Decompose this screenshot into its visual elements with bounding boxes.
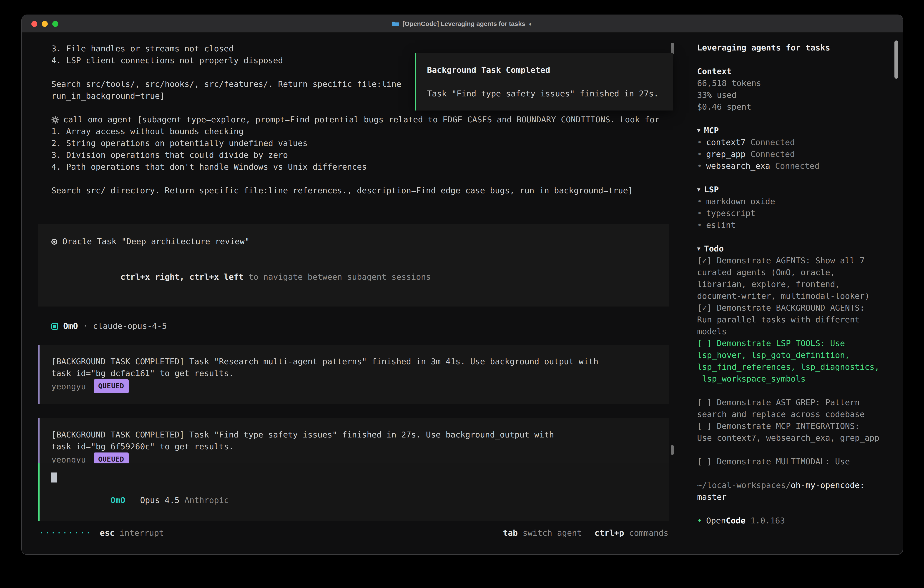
lsp-item: •typescript [697,207,891,219]
blank-line [427,76,662,88]
bug-list-item: 3. Division operations that could divide… [51,149,669,161]
window-title-text: [OpenCode] Leveraging agents for tasks [403,20,525,27]
activity-dots: ········· [39,527,92,538]
app-name-regular: Open [706,516,726,525]
agent-name: OmO [63,320,78,332]
lsp-heading: ▼LSP [697,184,891,195]
input-model-name: Opus 4.5 [140,495,179,505]
blank-line [51,248,656,259]
tool-call-line: call_omo_agent [subagent_type=explore, p… [51,114,669,126]
bullet-icon: • [697,219,702,231]
mcp-name: websearch_exa [706,161,770,170]
mcp-section: ▼MCP •context7 Connected •grep_app Conne… [697,125,891,172]
context-section: Context 66,518 tokens 33% used $0.46 spe… [697,66,891,113]
blank-line [51,173,669,185]
oracle-task-label: Oracle Task "Deep architecture review" [62,236,250,248]
bullet-icon: • [697,195,702,207]
omo-agent-icon [51,323,58,329]
status-left: ········· esc interrupt [39,527,164,538]
oracle-icon [51,238,57,244]
mcp-item: •context7 Connected [697,136,891,148]
message-line: task_id="bg_6f59260c" to get results. [51,441,658,453]
collapse-triangle-icon: ▼ [697,246,700,252]
bullet-icon: • [697,160,702,172]
workspace-path: ~/local-workspaces/oh-my-opencode: [697,479,891,491]
workspace-info: ~/local-workspaces/oh-my-opencode: maste… [697,479,891,503]
esc-label: interrupt [120,528,164,537]
todo-heading: ▼Todo [697,243,891,255]
bullet-icon: • [697,515,702,527]
message-line: [BACKGROUND TASK COMPLETED] Task "Resear… [51,356,658,367]
window-content: 3. File handles or streams not closed 4.… [22,33,903,554]
collapse-triangle-icon: ▼ [697,127,700,134]
context-heading: Context [697,66,891,77]
zoom-button[interactable] [52,21,58,26]
window-title: [OpenCode] Leveraging agents for tasks ◐ [392,20,533,27]
mcp-status: Connected [751,137,795,147]
workspace-path-prefix: ~/local-workspaces/ [697,480,791,490]
nav-hint-keys: ctrl+x right, ctrl+x left [120,272,244,281]
main-scrollbar-thumb[interactable] [671,445,674,455]
mcp-heading-label: MCP [704,126,719,135]
input-provider-name: Anthropic [185,495,229,505]
context-tokens: 66,518 tokens [697,77,891,89]
terminal-main: 3. File handles or streams not closed 4.… [22,33,688,554]
todo-item-done: [✓] Demonstrate BACKGROUND AGENTS: Run p… [697,302,891,337]
title-badge-icon: ◐ [529,20,533,27]
subagent-nav-hint: ctrl+x right, ctrl+x left to navigate be… [51,259,656,295]
prompt-input[interactable]: OmO Opus 4.5 Anthropic [38,463,669,521]
mcp-name: context7 [706,137,746,147]
message-line: [BACKGROUND TASK COMPLETED] Task "Find t… [51,429,658,441]
agent-header: OmO · claude-opus-4-5 [38,320,669,332]
oracle-task-panel: Oracle Task "Deep architecture review" c… [38,224,669,307]
bullet-icon: • [697,148,702,160]
minimize-button[interactable] [42,21,48,26]
lsp-section: ▼LSP •markdown-oxide •typescript •eslint [697,184,891,231]
version-footer: • OpenCode 1.0.163 [697,515,891,527]
todo-item-pending: [ ] Demonstrate AST-GREP: Pattern search… [697,396,891,420]
session-title: Leveraging agents for tasks [697,42,891,54]
app-version: 1.0.163 [751,516,785,525]
title-bar: [OpenCode] Leveraging agents for tasks ◐ [22,15,903,33]
close-button[interactable] [31,21,37,26]
agent-separator: · [83,320,88,332]
lsp-heading-label: LSP [704,185,719,194]
collapse-triangle-icon: ▼ [697,187,700,193]
workspace-repo-name: oh-my-opencode: [791,480,865,490]
queued-badge: QUEUED [94,379,129,393]
bug-list-item: 1. Array access without bounds checking [51,126,669,137]
mcp-status: Connected [751,149,795,159]
screen: [OpenCode] Leveraging agents for tasks ◐… [0,0,924,588]
toast-title: Background Task Completed [427,64,662,76]
oracle-task-title: Oracle Task "Deep architecture review" [51,236,656,248]
ctrl-p-key: ctrl+p [594,528,624,537]
bullet-icon: • [697,207,702,219]
lsp-item: •markdown-oxide [697,195,891,207]
todo-item-done: [✓] Demonstrate AGENTS: Show all 7 curat… [697,255,891,302]
mcp-name: grep_app [706,149,746,159]
agent-model: claude-opus-4-5 [93,320,167,332]
todo-item-pending: [ ] Demonstrate MCP INTEGRATIONS: Use co… [697,420,891,444]
main-scrollbar-thumb[interactable] [671,43,674,55]
input-agent-name: OmO [111,495,125,505]
background-task-toast: Background Task Completed Task "Find typ… [415,53,673,111]
mcp-item: •grep_app Connected [697,148,891,160]
status-right: tab switch agent ctrl+p commands [503,527,668,538]
mcp-item: •websearch_exa Connected [697,160,891,172]
sidebar-scrollbar-thumb[interactable] [894,40,898,79]
background-task-message: [BACKGROUND TASK COMPLETED] Task "Resear… [38,345,669,404]
tab-key: tab [503,528,518,537]
folder-icon [392,21,399,26]
lsp-name: typescript [706,207,756,219]
commands-hint: ctrl+p commands [594,527,668,538]
nav-hint-text: to navigate between subagent sessions [244,272,431,281]
bullet-icon: • [697,136,702,148]
switch-agent-hint: tab switch agent [503,527,582,538]
toast-body: Task "Find type safety issues" finished … [427,88,662,99]
text-cursor [51,472,57,482]
gear-icon [51,116,59,124]
lsp-name: eslint [706,219,736,231]
workspace-branch: master [697,491,891,503]
todo-item-active: [ ] Demonstrate LSP TOOLS: Use lsp_hover… [697,337,891,385]
mcp-heading: ▼MCP [697,125,891,136]
